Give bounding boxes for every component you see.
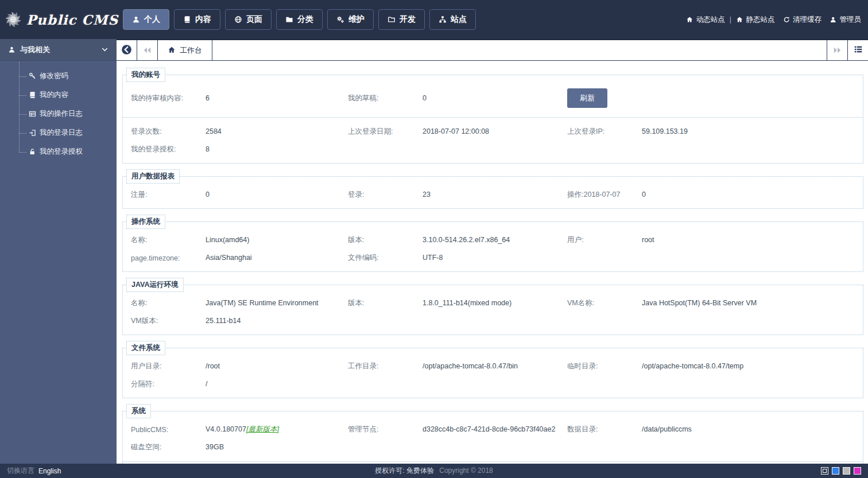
language-link[interactable]: English bbox=[38, 467, 61, 475]
section-legend: 用户数据报表 bbox=[126, 169, 180, 184]
tab-workbench-label: 工作台 bbox=[180, 45, 202, 56]
nav-tab-gears[interactable]: 维护 bbox=[327, 9, 374, 30]
sidebar-item-key[interactable]: 修改密码 bbox=[0, 67, 117, 86]
latest-version-link[interactable]: [最新版本] bbox=[246, 425, 279, 433]
field-row: 登录次数:2584上次登录日期:2018-07-07 12:00:08上次登录I… bbox=[123, 123, 863, 141]
nav-tab-label: 开发 bbox=[400, 14, 416, 25]
sidebar-item-label: 我的登录日志 bbox=[40, 128, 83, 138]
field-cell: PublicCMS:V4.0.180707[最新版本] bbox=[131, 425, 348, 434]
section-1: 用户数据报表注册:0登录:23操作:2018-07-070 bbox=[122, 169, 863, 209]
field-value: UTF-8 bbox=[423, 254, 443, 262]
field-cell: 磁盘空间:39GB bbox=[131, 442, 348, 452]
section-legend: 操作系统 bbox=[126, 215, 165, 229]
field-label: 名称: bbox=[131, 298, 206, 308]
field-label: 文件编码: bbox=[348, 253, 423, 263]
quick-links: 动态站点|静态站点清理缓存管理员 bbox=[686, 15, 868, 25]
field-cell: 名称:Java(TM) SE Runtime Environment bbox=[131, 298, 348, 308]
toolbar-spacer bbox=[212, 40, 827, 60]
theme-magenta-swatch[interactable] bbox=[854, 467, 861, 475]
brand[interactable]: Public CMS bbox=[0, 3, 118, 36]
quick-link-label: 管理员 bbox=[840, 15, 862, 25]
sidebar-item-signin[interactable]: 我的登录日志 bbox=[0, 123, 117, 142]
field-row: 磁盘空间:39GB bbox=[123, 438, 863, 456]
field-row: PublicCMS:V4.0.180707[最新版本]管理节点:d328cc4b… bbox=[123, 421, 863, 438]
section-legend: 系统 bbox=[126, 404, 151, 418]
quick-link-home[interactable]: 静态站点 bbox=[736, 15, 775, 25]
sidebar-item-table[interactable]: 我的操作日志 bbox=[0, 104, 117, 123]
nav-tab-label: 维护 bbox=[348, 14, 365, 25]
section-legend: JAVA运行环境 bbox=[126, 278, 184, 292]
nav-tab-label: 分类 bbox=[297, 14, 313, 25]
field-label: 临时目录: bbox=[567, 362, 642, 371]
field-value: 1.8.0_111-b14(mixed mode) bbox=[423, 299, 512, 307]
scroll-tabs-right-button[interactable] bbox=[827, 40, 847, 60]
section-legend: 文件系统 bbox=[126, 341, 165, 355]
field-cell: 操作:2018-07-070 bbox=[567, 190, 863, 200]
field-cell: 上次登录IP:59.109.153.19 bbox=[567, 127, 863, 137]
dotted-divider bbox=[123, 117, 863, 118]
field-cell: 版本:3.10.0-514.26.2.el7.x86_64 bbox=[348, 235, 567, 245]
nav-tab-label: 页面 bbox=[246, 14, 262, 25]
nav-tab-sitemap[interactable]: 站点 bbox=[429, 9, 476, 30]
sidebar-item-unlock[interactable]: 我的登录授权 bbox=[0, 142, 117, 161]
field-label: 登录: bbox=[348, 190, 423, 200]
back-button[interactable] bbox=[117, 40, 137, 60]
home-icon bbox=[686, 16, 693, 24]
user-icon bbox=[830, 16, 837, 24]
folder-icon bbox=[285, 15, 293, 24]
theme-current-swatch[interactable] bbox=[821, 467, 828, 475]
field-value: 25.111-b14 bbox=[206, 317, 241, 325]
field-label: 登录次数: bbox=[131, 127, 206, 137]
field-cell: 临时目录:/opt/apache-tomcat-8.0.47/temp bbox=[567, 362, 863, 371]
field-cell: 我的登录授权:8 bbox=[131, 145, 348, 154]
dbl-left-icon bbox=[143, 46, 152, 55]
nav-tab-label: 站点 bbox=[451, 14, 467, 25]
field-value: /data/publiccms bbox=[642, 425, 692, 433]
quick-link-home[interactable]: 动态站点 bbox=[686, 15, 725, 25]
field-label: 上次登录日期: bbox=[348, 127, 423, 137]
nav-tab-folder[interactable]: 分类 bbox=[276, 9, 323, 30]
quick-link-refresh[interactable]: 清理缓存 bbox=[783, 15, 822, 25]
tab-list-button[interactable] bbox=[847, 40, 868, 60]
book-icon bbox=[29, 91, 36, 99]
nav-tab-globe[interactable]: 页面 bbox=[225, 9, 272, 30]
field-value: Java(TM) SE Runtime Environment bbox=[206, 299, 319, 307]
field-cell: 文件编码:UTF-8 bbox=[348, 253, 567, 263]
license-link[interactable]: 免费体验 bbox=[406, 467, 434, 475]
nav-tab-user[interactable]: 个人 bbox=[123, 9, 169, 30]
section-5: 系统PublicCMS:V4.0.180707[最新版本]管理节点:d328cc… bbox=[122, 404, 863, 464]
field-value: V4.0.180707 bbox=[206, 425, 246, 433]
section-2: 操作系统名称:Linux(amd64)版本:3.10.0-514.26.2.el… bbox=[122, 215, 863, 272]
refresh-icon bbox=[783, 16, 790, 24]
dandelion-logo-icon bbox=[3, 3, 23, 36]
quick-link-user[interactable]: 管理员 bbox=[830, 15, 861, 25]
user-icon bbox=[132, 15, 140, 24]
key-icon bbox=[29, 72, 36, 80]
field-label: page.timezone: bbox=[131, 254, 206, 262]
nav-tab-folder-open[interactable]: 开发 bbox=[378, 9, 425, 30]
field-label: 我的待审核内容: bbox=[131, 94, 206, 103]
sidebar-item-book[interactable]: 我的内容 bbox=[0, 86, 117, 104]
field-label: 分隔符: bbox=[131, 379, 206, 389]
field-label: 注册: bbox=[131, 190, 206, 200]
dbl-right-icon bbox=[833, 46, 842, 55]
theme-gray-swatch[interactable] bbox=[843, 467, 850, 475]
field-value: 0 bbox=[206, 191, 210, 199]
refresh-button[interactable]: 刷新 bbox=[567, 88, 607, 108]
field-cell: 名称:Linux(amd64) bbox=[131, 235, 348, 245]
field-row: 用户目录:/root工作目录:/opt/apache-tomcat-8.0.47… bbox=[123, 357, 863, 375]
field-label: 用户: bbox=[567, 235, 642, 245]
tab-toolbar: 工作台 bbox=[117, 39, 868, 61]
field-cell: 用户目录:/root bbox=[131, 362, 348, 371]
theme-blue-swatch[interactable] bbox=[832, 467, 839, 475]
field-row: 我的待审核内容:6我的草稿:0刷新 bbox=[123, 84, 863, 112]
field-value: / bbox=[206, 380, 207, 388]
book-icon bbox=[183, 15, 191, 24]
nav-tab-book[interactable]: 内容 bbox=[174, 9, 220, 30]
field-value: 2584 bbox=[206, 127, 222, 135]
tab-workbench[interactable]: 工作台 bbox=[158, 40, 212, 60]
scroll-tabs-left-button[interactable] bbox=[137, 40, 158, 60]
field-cell: 用户:root bbox=[567, 235, 863, 245]
field-label: 管理节点: bbox=[348, 425, 423, 434]
sidebar-group-about-me[interactable]: 与我相关 bbox=[0, 39, 117, 61]
